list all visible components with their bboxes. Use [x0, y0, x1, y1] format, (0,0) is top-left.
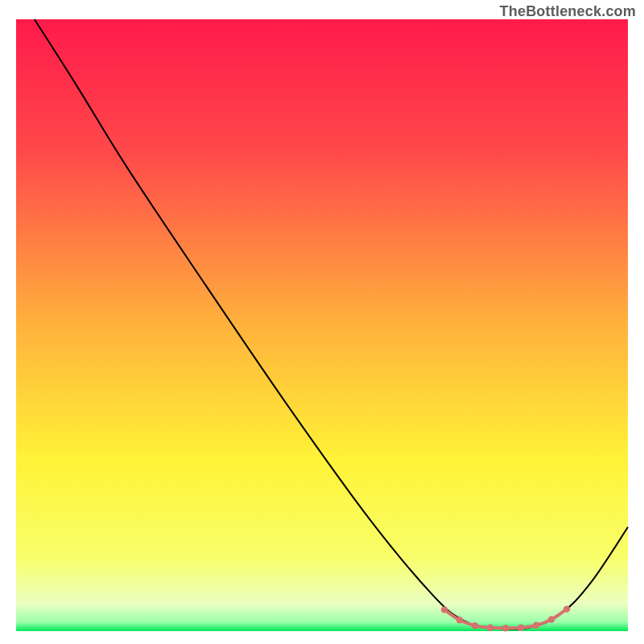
chart-container: TheBottleneck.com [0, 0, 644, 644]
bottleneck-chart [0, 0, 644, 644]
plot-background [16, 19, 628, 631]
attribution-label: TheBottleneck.com [500, 3, 636, 20]
